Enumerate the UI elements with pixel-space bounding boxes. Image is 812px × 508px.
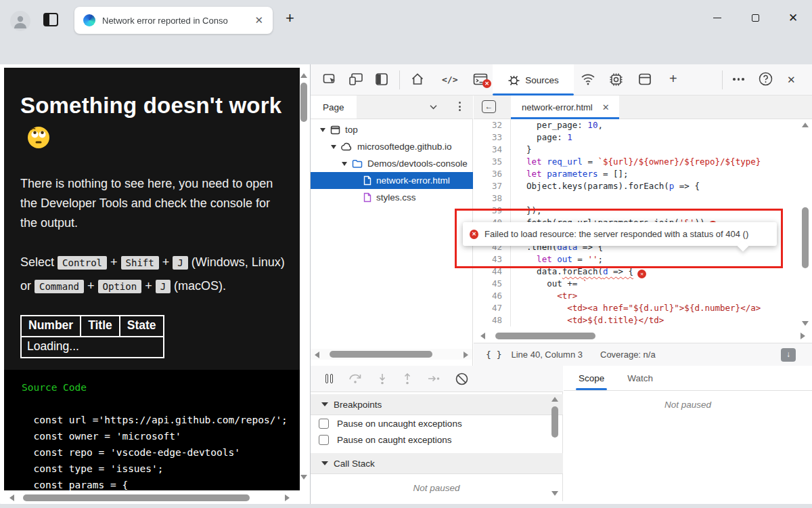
tree-item-network-error-html[interactable]: network-error.html bbox=[311, 172, 473, 189]
activity-bar-toggle-button[interactable] bbox=[375, 72, 388, 86]
tree-item-styles-css[interactable]: styles.css bbox=[311, 189, 473, 206]
step-into-button[interactable] bbox=[378, 373, 387, 385]
cloud-icon bbox=[341, 142, 353, 151]
devtools-menu-button[interactable] bbox=[733, 78, 744, 81]
inline-error-badge[interactable]: ✕ bbox=[637, 270, 646, 278]
code-line-38[interactable]: 38 bbox=[474, 192, 812, 205]
checkbox[interactable] bbox=[319, 419, 329, 429]
editor-horizontal-scrollbar[interactable] bbox=[480, 330, 805, 342]
expand-arrow-icon[interactable] bbox=[320, 128, 325, 132]
code-line-44[interactable]: 44 data.forEach(d => {✕ bbox=[474, 266, 812, 278]
device-emulation-button[interactable] bbox=[348, 72, 363, 86]
code-line-33[interactable]: 33 page: 1 bbox=[474, 131, 812, 144]
console-tool-button[interactable]: ✕ bbox=[473, 72, 488, 86]
line-number[interactable]: 48 bbox=[474, 314, 511, 326]
chevron-down-icon[interactable] bbox=[430, 104, 437, 110]
code-line-39[interactable]: 39 }); bbox=[474, 205, 812, 217]
checkbox[interactable] bbox=[319, 435, 329, 445]
editor-tabstrip: ← network-error.html ✕ bbox=[474, 96, 812, 119]
tree-item-top[interactable]: top bbox=[311, 121, 473, 138]
toggle-navigator-icon[interactable]: ← bbox=[482, 100, 496, 113]
maximize-button[interactable] bbox=[736, 0, 774, 35]
breakpoints-section-header[interactable]: Breakpoints bbox=[311, 394, 563, 415]
navigator-horizontal-scrollbar[interactable] bbox=[311, 349, 472, 360]
deactivate-breakpoints-button[interactable] bbox=[455, 373, 468, 385]
network-tool-button[interactable] bbox=[581, 72, 595, 86]
tree-item-microsoftedge-github-io[interactable]: microsoftedge.github.io bbox=[311, 138, 473, 155]
browser-tab[interactable]: Network error reported in Conso ✕ bbox=[74, 7, 273, 34]
editor-vscroll-thumb[interactable] bbox=[802, 207, 809, 268]
minimize-button[interactable] bbox=[698, 0, 736, 35]
page-horizontal-scrollbar[interactable] bbox=[4, 493, 295, 503]
editor-hscroll-thumb[interactable] bbox=[495, 333, 595, 339]
code-line-48[interactable]: 48 <td>${d.title}</td> bbox=[474, 314, 812, 326]
pretty-print-button[interactable]: { } bbox=[486, 350, 501, 360]
profile-avatar[interactable] bbox=[10, 11, 30, 31]
page-vscroll-thumb[interactable] bbox=[300, 83, 307, 122]
elements-tool-button[interactable]: </> bbox=[442, 75, 457, 85]
cursor-position: Line 40, Column 3 bbox=[511, 350, 583, 360]
welcome-tool-button[interactable] bbox=[411, 72, 424, 86]
close-devtools-button[interactable]: ✕ bbox=[787, 74, 796, 86]
line-number[interactable]: 34 bbox=[474, 144, 511, 156]
help-button[interactable] bbox=[759, 72, 773, 86]
line-number[interactable]: 32 bbox=[474, 119, 511, 131]
line-number[interactable]: 44 bbox=[474, 266, 511, 278]
tab-scope[interactable]: Scope bbox=[579, 373, 604, 390]
line-number[interactable]: 33 bbox=[474, 131, 511, 144]
line-number[interactable]: 37 bbox=[474, 180, 511, 192]
expand-arrow-icon[interactable] bbox=[331, 145, 336, 149]
new-tab-button[interactable]: + bbox=[286, 12, 294, 24]
code-line-47[interactable]: 47 <td><a href="${d.url}">${d.number}</a… bbox=[474, 302, 812, 314]
devtools-toolbar: </> ✕ Sources + ✕ bbox=[311, 64, 812, 96]
code-line-45[interactable]: 45 out += ` bbox=[474, 278, 812, 290]
tab-close-icon[interactable]: ✕ bbox=[252, 14, 266, 26]
debugger-vscroll-thumb[interactable] bbox=[551, 406, 558, 438]
editor-tab-close-icon[interactable]: ✕ bbox=[600, 102, 612, 112]
tab-page[interactable]: Page bbox=[311, 96, 357, 119]
line-number[interactable]: 46 bbox=[474, 290, 511, 302]
kbd-key: J bbox=[156, 280, 171, 293]
pause-script-button[interactable] bbox=[325, 374, 333, 383]
code-line-43[interactable]: 43 let out = ''; bbox=[474, 253, 812, 266]
code-text: let out = ''; bbox=[511, 253, 603, 266]
code-line-35[interactable]: 35 let req_url = `${url}/${owner}/${repo… bbox=[474, 156, 812, 168]
inspect-element-button[interactable] bbox=[323, 72, 337, 86]
toggle-sidebar-icon[interactable]: ↓ bbox=[781, 348, 796, 362]
tab-actions-menu-icon[interactable] bbox=[43, 13, 58, 26]
webpage-content: Something doesn't work There is nothing … bbox=[4, 68, 300, 490]
step-out-button[interactable] bbox=[403, 373, 412, 385]
tree-item-demos-devtools-console[interactable]: Demos/devtools-console bbox=[311, 155, 473, 172]
code-line-37[interactable]: 37 Object.keys(params).forEach(p => { bbox=[474, 180, 812, 192]
expand-arrow-icon[interactable] bbox=[342, 162, 347, 166]
tab-sources[interactable]: Sources bbox=[493, 64, 574, 96]
navigator-hscroll-thumb[interactable] bbox=[330, 351, 432, 358]
editor-vertical-scrollbar[interactable] bbox=[800, 123, 810, 326]
line-number[interactable]: 45 bbox=[474, 278, 511, 290]
source-code-block: Source Code const url ='https://api.gith… bbox=[4, 370, 300, 490]
more-tools-button[interactable]: + bbox=[669, 71, 677, 87]
navigator-more-icon[interactable] bbox=[459, 102, 461, 111]
line-number[interactable]: 35 bbox=[474, 156, 511, 168]
step-over-button[interactable] bbox=[348, 373, 362, 384]
debugger-vertical-scrollbar[interactable] bbox=[551, 396, 560, 497]
line-number[interactable]: 47 bbox=[474, 302, 511, 314]
close-window-button[interactable]: ✕ bbox=[774, 0, 812, 35]
editor-tab-network-error[interactable]: network-error.html ✕ bbox=[511, 96, 619, 119]
line-number[interactable]: 39 bbox=[474, 205, 511, 217]
step-button[interactable] bbox=[428, 374, 440, 383]
performance-tool-button[interactable] bbox=[609, 72, 623, 87]
line-number[interactable]: 38 bbox=[474, 192, 511, 205]
memory-tool-button[interactable] bbox=[638, 72, 652, 86]
page-hscroll-thumb[interactable] bbox=[23, 494, 250, 501]
code-line-34[interactable]: 34 } bbox=[474, 144, 812, 156]
navigator-pane: Page topmicrosoftedge.github.ioDemos/dev… bbox=[311, 96, 473, 366]
code-line-46[interactable]: 46 <tr> bbox=[474, 290, 812, 302]
line-number[interactable]: 43 bbox=[474, 253, 511, 266]
call-stack-section-header[interactable]: Call Stack bbox=[311, 453, 563, 474]
line-number[interactable]: 36 bbox=[474, 168, 511, 180]
code-line-36[interactable]: 36 let parameters = []; bbox=[474, 168, 812, 180]
tab-watch[interactable]: Watch bbox=[627, 373, 653, 390]
page-vertical-scrollbar[interactable] bbox=[299, 68, 309, 490]
code-line-32[interactable]: 32 per_page: 10, bbox=[474, 119, 812, 131]
